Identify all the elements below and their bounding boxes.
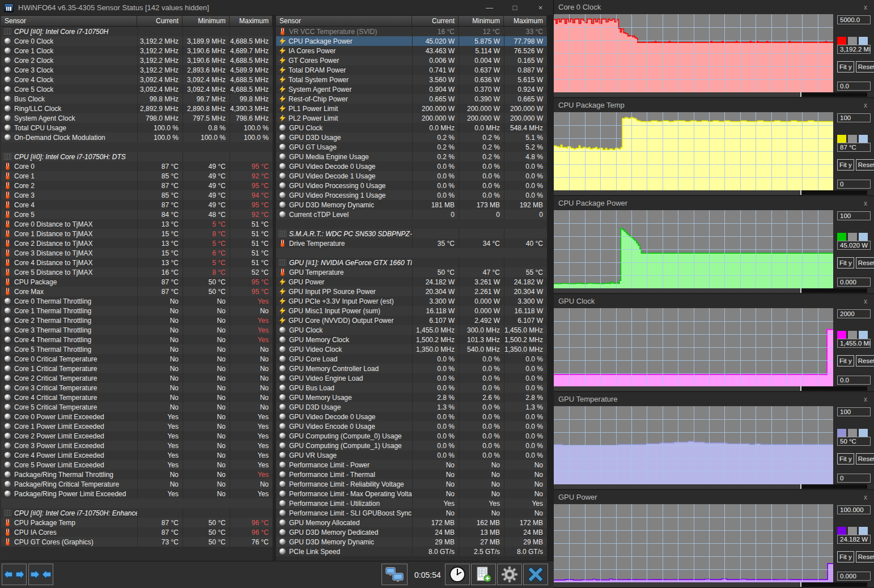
table-row[interactable]: Bus Clock99.8 MHz99.7 MHz99.8 MHz: [1, 94, 273, 104]
graph-scrollbar[interactable]: [554, 582, 874, 587]
table-row[interactable]: Core 1 Critical TemperatureNoNoNo: [1, 364, 273, 373]
table-row[interactable]: GPU Video Encode 0 Usage0.0 %0.0 %0.0 %: [276, 421, 547, 431]
table-row[interactable]: Core 1 Clock3,192.2 MHz3,190.6 MHz4,689.…: [1, 46, 273, 56]
table-row[interactable]: VR VCC Temperature (SVID)16 °C12 °C33 °C: [276, 27, 547, 36]
table-row[interactable]: Core 0 Clock3,192.2 MHz3,189.9 MHz4,688.…: [1, 36, 273, 46]
collapse-columns-button[interactable]: [28, 564, 53, 585]
column-header-sensor[interactable]: Sensor: [276, 16, 412, 26]
fit-y-button[interactable]: Fit y: [837, 159, 854, 171]
graph-ymax-box[interactable]: 100: [837, 113, 871, 122]
table-row[interactable]: GPU D3D Usage1.3 %0.0 %1.3 %: [276, 402, 547, 412]
table-row[interactable]: Performance Limit - UtilizationYesYesYes: [276, 498, 547, 508]
table-row[interactable]: Core 0 Critical TemperatureNoNoNo: [1, 354, 273, 364]
table-row[interactable]: GPU Video Decode 1 Usage0.0 %0.0 %0.0 %: [276, 171, 547, 181]
table-row[interactable]: GPU Computing (Compute_0) Usage0.0 %0.0 …: [276, 431, 547, 441]
table-row[interactable]: GPU Video Processing 0 Usage0.0 %0.0 %0.…: [276, 181, 547, 190]
table-row[interactable]: CPU IA Cores87 °C50 °C96 °C: [1, 527, 273, 537]
table-row[interactable]: Core 287 °C49 °C95 °C: [1, 181, 273, 190]
graph-panel-header[interactable]: Core 0 Clock x: [554, 0, 874, 14]
table-row[interactable]: GPU VR Usage0.0 %0.0 %0.0 %: [276, 450, 547, 460]
table-row[interactable]: GPU Memory Usage2.8 %2.6 %2.8 %: [276, 393, 547, 402]
table-row[interactable]: GPU Core Load0.0 %0.0 %0.0 %: [276, 354, 547, 364]
grid-color-swatch[interactable]: [859, 135, 868, 143]
graph-scrollbar-thumb[interactable]: [554, 484, 801, 489]
table-row[interactable]: GPU PCIe +3.3V Input Power (est)3.300 W0…: [276, 296, 547, 306]
table-row[interactable]: Core 0 Distance to TjMAX13 °C5 °C51 °C: [1, 219, 273, 229]
table-row[interactable]: Rest-of-Chip Power0.665 W0.390 W0.665 W: [276, 94, 547, 104]
series-color-swatch[interactable]: [837, 331, 846, 339]
table-row[interactable]: System Agent Power0.904 W0.370 W0.924 W: [276, 84, 547, 94]
grid-color-swatch[interactable]: [859, 527, 868, 535]
table-row[interactable]: Core 087 °C49 °C95 °C: [1, 161, 273, 171]
expand-columns-button[interactable]: [2, 564, 27, 585]
table-row[interactable]: Core 2 Clock3,192.2 MHz3,190.6 MHz4,688.…: [1, 56, 273, 65]
graph-panel-header[interactable]: GPU Clock x: [554, 294, 874, 308]
column-header-current[interactable]: Current: [412, 16, 459, 26]
series-color-swatch[interactable]: [837, 37, 846, 45]
graph-panel-header[interactable]: CPU Package Power x: [554, 196, 874, 210]
graph-ymax-box[interactable]: 2000: [837, 309, 871, 318]
column-header-sensor[interactable]: Sensor: [1, 16, 137, 26]
grid-color-swatch[interactable]: [859, 331, 868, 339]
table-row[interactable]: CPU Package Temp87 °C50 °C96 °C: [1, 518, 273, 527]
table-row[interactable]: System Agent Clock798.0 MHz797.5 MHz798.…: [1, 113, 273, 123]
graph-scrollbar[interactable]: [554, 386, 874, 391]
table-row[interactable]: Core 3 Thermal ThrottlingNoNoYes: [1, 325, 273, 335]
table-row[interactable]: Performance Limit - SLI GPUBoost SyncNoN…: [276, 508, 547, 518]
table-row[interactable]: PL2 Power Limit200.000 W200.000 W200.000…: [276, 113, 547, 123]
table-row[interactable]: Total DRAM Power0.741 W0.637 W0.887 W: [276, 65, 547, 75]
reset-button[interactable]: Reset: [856, 159, 874, 171]
close-icon[interactable]: ×: [528, 1, 553, 15]
table-row[interactable]: Core 5 Thermal ThrottlingNoNoNo: [1, 344, 273, 354]
graph-close-icon[interactable]: x: [862, 199, 869, 207]
table-row[interactable]: Core 2 Thermal ThrottlingNoNoYes: [1, 316, 273, 325]
graph-close-icon[interactable]: x: [862, 493, 869, 501]
table-row[interactable]: Core 4 Power Limit ExceededYesNoYes: [1, 450, 273, 460]
series-color-swatch[interactable]: [837, 233, 846, 241]
table-row[interactable]: Core 2 Power Limit ExceededYesNoYes: [1, 431, 273, 441]
table-row[interactable]: PCIe Link Speed8.0 GT/s2.5 GT/s8.0 GT/s: [276, 547, 547, 556]
graph-panel-header[interactable]: GPU Temperature x: [554, 392, 874, 406]
graph-ymax-box[interactable]: 100: [837, 407, 871, 416]
table-row[interactable]: GPU GT Usage0.2 %0.2 %5.2 %: [276, 142, 547, 152]
table-row[interactable]: GPU Memory Allocated172 MB162 MB172 MB: [276, 518, 547, 527]
table-row[interactable]: GPU Core (NVVDD) Output Power6.107 W2.49…: [276, 316, 547, 325]
section-row[interactable]: CPU [#0]: Intel Core i7-10750H: DTS: [1, 152, 273, 161]
fit-y-button[interactable]: Fit y: [837, 257, 854, 269]
table-row[interactable]: Ring/LLC Clock2,892.9 MHz2,890.8 MHz4,39…: [1, 104, 273, 113]
table-row[interactable]: GPU Video Engine Load0.0 %0.0 %0.0 %: [276, 373, 547, 383]
table-row[interactable]: GPU Video Decode 0 Usage0.0 %0.0 %0.0 %: [276, 161, 547, 171]
table-row[interactable]: Package/Ring Power Limit ExceededYesNoYe…: [1, 489, 273, 498]
fit-y-button[interactable]: Fit y: [837, 453, 854, 465]
table-row[interactable]: Core 185 °C49 °C92 °C: [1, 171, 273, 181]
background-color-swatch[interactable]: [848, 527, 857, 535]
graph-ymin-box[interactable]: 0.000: [837, 572, 871, 581]
table-row[interactable]: GPU D3D Memory Dynamic29 MB27 MB29 MB: [276, 537, 547, 547]
reset-button[interactable]: Reset: [856, 551, 874, 563]
fit-y-button[interactable]: Fit y: [837, 355, 854, 367]
section-row[interactable]: CPU [#0]: Intel Core i7-10750H: Enhanced: [1, 508, 273, 518]
table-row[interactable]: Core 5 Critical TemperatureNoNoNo: [1, 402, 273, 412]
series-color-swatch[interactable]: [837, 527, 846, 535]
table-row[interactable]: Core 2 Critical TemperatureNoNoNo: [1, 373, 273, 383]
table-row[interactable]: GPU Memory Controller Load0.0 %0.0 %0.0 …: [276, 364, 547, 373]
graph-ymin-box[interactable]: 0.0: [837, 82, 871, 91]
graph-ymin-box[interactable]: 0.0: [837, 376, 871, 385]
table-row[interactable]: GPU Power24.182 W3.261 W24.182 W: [276, 277, 547, 287]
graph-scrollbar[interactable]: [554, 288, 874, 293]
graph-close-icon[interactable]: x: [862, 101, 869, 109]
column-header-minimum[interactable]: Minimum: [183, 16, 230, 26]
table-row[interactable]: CPU Package Power45.020 W5.875 W77.798 W: [276, 36, 547, 46]
table-row[interactable]: GPU Video Processing 1 Usage0.0 %0.0 %0.…: [276, 190, 547, 200]
table-row[interactable]: Core 1 Thermal ThrottlingNoNoNo: [1, 306, 273, 316]
column-header-maximum[interactable]: Maximum: [230, 16, 273, 26]
table-row[interactable]: Core 4 Thermal ThrottlingNoNoYes: [1, 335, 273, 344]
report-button[interactable]: [471, 564, 496, 585]
grid-color-swatch[interactable]: [859, 429, 868, 437]
table-row[interactable]: GPU Media Engine Usage0.2 %0.2 %4.8 %: [276, 152, 547, 161]
table-row[interactable]: Core 584 °C48 °C92 °C: [1, 210, 273, 219]
table-row[interactable]: GPU Input PP Source Power20.304 W2.261 W…: [276, 287, 547, 296]
table-row[interactable]: GPU Video Decode 0 Usage0.0 %0.0 %0.0 %: [276, 412, 547, 421]
series-color-swatch[interactable]: [837, 135, 846, 143]
table-row[interactable]: GPU Clock1,455.0 MHz300.0 MHz1,455.0 MHz: [276, 325, 547, 335]
